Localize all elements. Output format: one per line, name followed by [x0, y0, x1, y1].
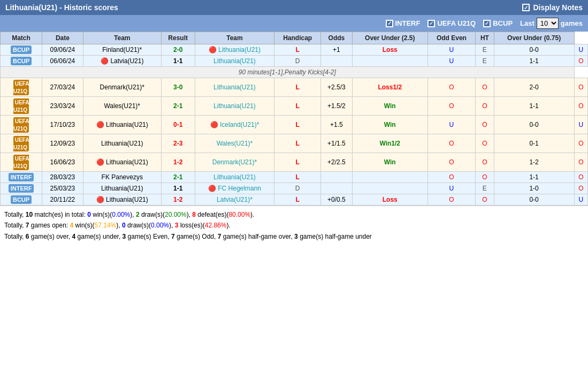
col-result: Result: [161, 32, 195, 44]
match-date: 20/11/22: [42, 194, 83, 206]
ht-score: 1-1: [494, 97, 574, 116]
odd-even: E: [476, 183, 494, 194]
ou075: O: [574, 134, 587, 153]
match-result: 0-1: [161, 116, 195, 134]
match-result: 2-1: [161, 172, 195, 183]
team2-name: Lithuania(U21): [195, 78, 274, 97]
filter-interf[interactable]: ✓ INTERF: [386, 19, 421, 27]
match-type: BCUP: [1, 44, 42, 56]
outcome: L: [274, 134, 321, 153]
col-team2: Team: [195, 32, 274, 44]
handicap: [321, 56, 353, 67]
ou25: U: [427, 44, 475, 56]
ht-score: 1-1: [494, 56, 574, 67]
match-type: UEFAU21Q: [1, 78, 42, 97]
col-odd-even: Odd Even: [427, 32, 475, 44]
odds-outcome: Loss: [352, 194, 427, 206]
ou25: O: [427, 194, 475, 206]
outcome: L: [274, 78, 321, 97]
match-result: 1-2: [161, 153, 195, 172]
team2-name: Wales(U21)*: [195, 134, 274, 153]
outcome: L: [274, 44, 321, 56]
ou075: O: [574, 183, 587, 194]
team1-name: Denmark(U21)*: [83, 78, 161, 97]
handicap: +2.5/3: [321, 78, 353, 97]
last-label: Last: [520, 19, 534, 27]
summary-line3: Totally, 6 game(s) over, 4 game(s) under…: [4, 231, 584, 242]
outcome: L: [274, 194, 321, 206]
table-row: BCUP 20/11/22 🔴 Lithuania(U21) 1-2 Latvi…: [1, 194, 588, 206]
match-date: 25/03/23: [42, 183, 83, 194]
page-title: Lithuania(U21) - Historic scores: [5, 3, 118, 12]
team2-name: 🔴 Lithuania(U21): [195, 44, 274, 56]
games-select[interactable]: 10 20 30: [537, 18, 559, 29]
bcup-checkbox[interactable]: ✓: [483, 20, 491, 27]
odd-even: O: [476, 78, 494, 97]
odd-even: E: [476, 44, 494, 56]
filter-last: Last 10 20 30 games: [520, 18, 583, 29]
ht-score: 1-2: [494, 153, 574, 172]
interf-checkbox[interactable]: ✓: [386, 20, 393, 27]
ou25: O: [427, 172, 475, 183]
table-row: INTERF 25/03/23 Lithuania(U21) 1-1 🔴 FC …: [1, 183, 588, 194]
odds-outcome: Win: [352, 153, 427, 172]
team2-name: Lithuania(U21): [195, 172, 274, 183]
table-row: UEFAU21Q 16/06/23 🔴 Lithuania(U21) 1-2 D…: [1, 153, 588, 172]
ht-score: 1-1: [494, 172, 574, 183]
handicap: +1.5: [321, 116, 353, 134]
match-date: 09/06/24: [42, 44, 83, 56]
odds-outcome: [352, 183, 427, 194]
match-result: 2-1: [161, 97, 195, 116]
handicap: +0/0.5: [321, 194, 353, 206]
handicap: +2/2.5: [321, 153, 353, 172]
display-notes-checkbox[interactable]: ✓: [522, 4, 530, 11]
filter-uefa[interactable]: ✓ UEFA U21Q: [427, 19, 476, 27]
filter-bcup[interactable]: ✓ BCUP: [483, 19, 513, 27]
col-odds: Odds: [321, 32, 353, 44]
table-row: INTERF 28/03/23 FK Panevezys 2-1 Lithuan…: [1, 172, 588, 183]
outcome: D: [274, 183, 321, 194]
summary-line1: Totally, 10 match(es) in total: 0 win(s)…: [4, 209, 584, 220]
match-result: 2-0: [161, 44, 195, 56]
team1-name: Wales(U21)*: [83, 97, 161, 116]
match-type: UEFAU21Q: [1, 97, 42, 116]
display-notes-label: Display Notes: [533, 3, 583, 12]
team2-name: Latvia(U21)*: [195, 194, 274, 206]
ou25: O: [427, 97, 475, 116]
ou25: O: [427, 78, 475, 97]
ht-score: 0-0: [494, 194, 574, 206]
match-result: 2-3: [161, 134, 195, 153]
match-result: 1-2: [161, 194, 195, 206]
odds-outcome: Win: [352, 116, 427, 134]
match-type: BCUP: [1, 56, 42, 67]
header-right: ✓ Display Notes: [522, 3, 583, 12]
uefa-checkbox[interactable]: ✓: [427, 20, 435, 27]
match-result: 1-1: [161, 183, 195, 194]
outcome: L: [274, 97, 321, 116]
odd-even: O: [476, 134, 494, 153]
ou075: U: [574, 194, 587, 206]
ht-score: 0-0: [494, 44, 574, 56]
team2-name: Lithuania(U21): [195, 56, 274, 67]
filter-bar: ✓ INTERF ✓ UEFA U21Q ✓ BCUP Last 10 20 3…: [0, 15, 588, 32]
odd-even: O: [476, 116, 494, 134]
ht-score: 1-0: [494, 183, 574, 194]
ou075: O: [574, 97, 587, 116]
interf-label: INTERF: [395, 19, 421, 27]
ht-score: 2-0: [494, 78, 574, 97]
summary-line2: Totally, 7 games open: 4 win(s)(57.14%),…: [4, 220, 584, 231]
table-row: BCUP 09/06/24 Finland(U21)* 2-0 🔴 Lithua…: [1, 44, 588, 56]
team1-name: 🔴 Lithuania(U21): [83, 153, 161, 172]
col-ht: HT: [476, 32, 494, 44]
team1-name: 🔴 Lithuania(U21): [83, 116, 161, 134]
table-row-note: 90 minutes[1-1],Penalty Kicks[4-2]: [1, 67, 588, 78]
match-type: UEFAU21Q: [1, 153, 42, 172]
team2-name: Denmark(U21)*: [195, 153, 274, 172]
odd-even: E: [476, 56, 494, 67]
outcome: L: [274, 116, 321, 134]
outcome: D: [274, 56, 321, 67]
match-result: 1-1: [161, 56, 195, 67]
outcome: L: [274, 153, 321, 172]
table-row: BCUP 06/06/24 🔴 Latvia(U21) 1-1 Lithuani…: [1, 56, 588, 67]
outcome: L: [274, 172, 321, 183]
